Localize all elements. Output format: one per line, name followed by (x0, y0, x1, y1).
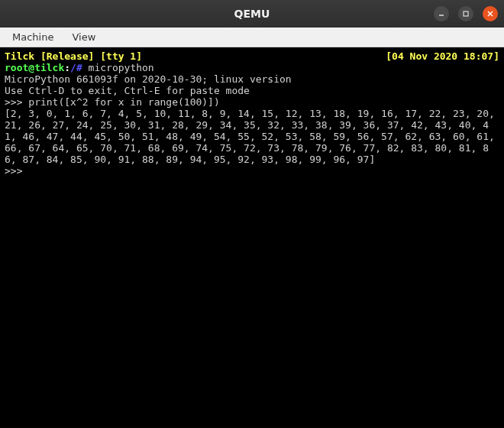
mp-banner: MicroPython 661093f on 2020-10-30; linux… (5, 73, 499, 85)
svg-rect-1 (464, 11, 468, 16)
repl-prompt-empty: >>> (5, 165, 499, 177)
minimize-icon (438, 10, 445, 18)
prompt-sep: : (64, 62, 70, 73)
maximize-button[interactable] (458, 6, 473, 21)
app-window: QEMU Machine View Tilck [Release] [tty 1… (0, 0, 504, 428)
maximize-icon (462, 10, 470, 18)
window-controls (434, 6, 498, 21)
repl-output: [2, 3, 0, 1, 6, 7, 4, 5, 10, 11, 8, 9, 1… (5, 108, 499, 165)
prompt-path: /# (70, 62, 82, 73)
status-left: Tilck [Release] [tty 1] (5, 50, 142, 62)
repl-prompt: >>> (5, 96, 28, 108)
menu-machine[interactable]: Machine (3, 28, 63, 47)
close-icon (486, 10, 494, 18)
prompt-user: root@tilck (5, 62, 64, 73)
status-right: [04 Nov 2020 18:07] (386, 50, 499, 62)
mp-hint: Use Ctrl-D to exit, Ctrl-E for paste mod… (5, 85, 499, 96)
menubar: Machine View (0, 28, 504, 47)
command-text: micropython (82, 62, 154, 73)
titlebar[interactable]: QEMU (0, 0, 504, 28)
terminal[interactable]: Tilck [Release] [tty 1][04 Nov 2020 18:0… (0, 47, 504, 428)
repl-input: print([x^2 for x in range(100)]) (28, 96, 219, 108)
minimize-button[interactable] (434, 6, 449, 21)
window-title: QEMU (234, 8, 270, 20)
close-button[interactable] (483, 6, 498, 21)
menu-view[interactable]: View (63, 28, 105, 47)
